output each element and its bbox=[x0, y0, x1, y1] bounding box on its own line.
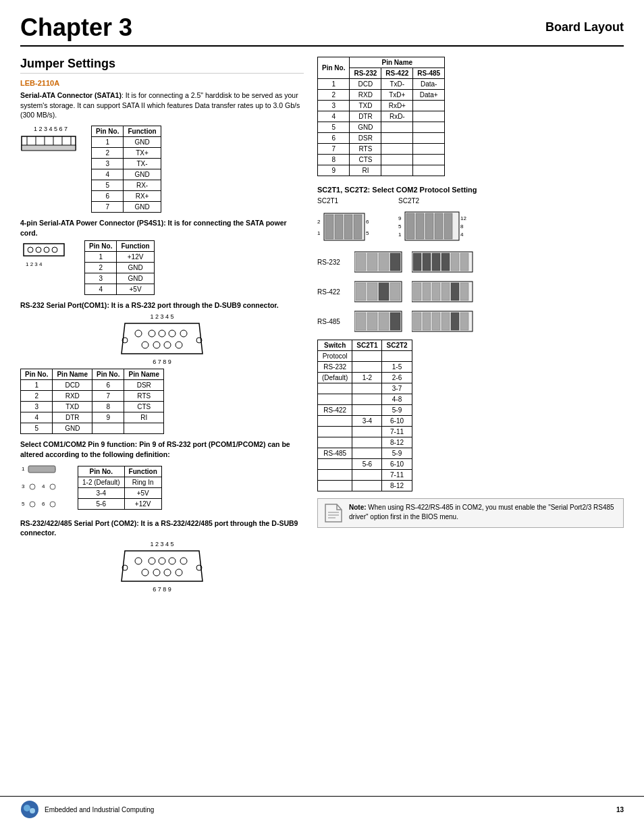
rs422-row: RS-422 bbox=[317, 279, 624, 304]
svg-rect-79 bbox=[441, 253, 450, 271]
com1-db9-area: 1 2 3 4 5 6 7 8 9 bbox=[20, 313, 304, 365]
sata-table: Pin No.Function 1GND 2TX+ 3TX- 4GND 5RX-… bbox=[91, 126, 161, 213]
sc2t-section-title: SC2T1, SC2T2: Select COM2 Protocol Setti… bbox=[317, 186, 624, 194]
svg-rect-64 bbox=[425, 213, 433, 239]
com1-db9-svg bbox=[118, 320, 206, 357]
rs232-sc2t1-svg bbox=[354, 249, 405, 275]
note-box: Note: When using RS-422/RS-485 in COM2, … bbox=[317, 498, 624, 528]
svg-rect-101 bbox=[423, 313, 431, 330]
rs232-label: RS-232 bbox=[317, 259, 348, 266]
switch-table: Switch SC2T1 SC2T2 Protocol RS-2321-5 (D… bbox=[317, 340, 412, 491]
rs232-sc2t2-svg bbox=[412, 249, 476, 275]
svg-rect-93 bbox=[460, 283, 468, 300]
svg-rect-54 bbox=[344, 215, 352, 239]
com1-table: Pin No.Pin NamePin No.Pin Name 1DCD6DSR … bbox=[20, 369, 164, 434]
svg-rect-88 bbox=[413, 283, 421, 300]
footer-page: 13 bbox=[616, 806, 624, 813]
sata-svg bbox=[20, 133, 81, 157]
svg-rect-105 bbox=[460, 313, 468, 330]
rs422-sc2t1-svg bbox=[354, 279, 405, 304]
svg-rect-63 bbox=[416, 213, 424, 239]
com2-pin-table: Pin No. Pin Name RS-232 RS-422 RS-485 1D… bbox=[317, 57, 445, 176]
svg-text:1: 1 bbox=[317, 230, 321, 236]
sata-heading: Serial-ATA Connector (SATA1) bbox=[20, 91, 122, 99]
svg-rect-77 bbox=[423, 253, 431, 271]
svg-point-44 bbox=[153, 569, 160, 576]
svg-rect-71 bbox=[356, 253, 366, 271]
ps4s1-heading: 4-pin Serial-ATA Power Connector (PS4S1) bbox=[20, 219, 163, 227]
com2-heading: RS-232/422/485 Serial Port (COM2) bbox=[20, 519, 136, 527]
leb-label: LEB-2110A bbox=[20, 79, 304, 87]
svg-point-39 bbox=[149, 558, 155, 564]
svg-point-21 bbox=[164, 342, 171, 348]
rs485-sc2t1-svg bbox=[354, 309, 405, 334]
com1-text: RS-232 Serial Port(COM1): It is a RS-232… bbox=[20, 300, 304, 311]
svg-point-9 bbox=[28, 247, 33, 252]
svg-rect-90 bbox=[432, 283, 440, 300]
svg-rect-104 bbox=[451, 313, 459, 330]
svg-rect-97 bbox=[379, 313, 389, 330]
sata-diagram: 1 2 3 4 5 6 7 bbox=[20, 126, 81, 157]
svg-point-30 bbox=[30, 484, 35, 489]
sata-th-func: Function bbox=[124, 126, 161, 137]
svg-rect-80 bbox=[451, 253, 459, 271]
com1-bottom-pins: 6 7 8 9 bbox=[20, 358, 304, 365]
svg-rect-76 bbox=[413, 253, 421, 271]
svg-rect-52 bbox=[325, 215, 333, 239]
ps4s1-connector-area: 1 2 3 4 Pin No.Function 1+12V 2GND 3GND … bbox=[20, 240, 304, 295]
svg-text:5: 5 bbox=[22, 501, 25, 507]
svg-point-20 bbox=[153, 342, 160, 348]
com2-bottom-pins: 6 7 8 9 bbox=[20, 586, 304, 593]
com2-db9-svg bbox=[118, 547, 206, 585]
sata-connector-area: 1 2 3 4 5 6 7 Pin No.Function 1GND 2TX bbox=[20, 126, 304, 213]
ps4s1-table: Pin No.Function 1+12V 2GND 3GND 4+5V bbox=[84, 240, 155, 295]
svg-point-111 bbox=[30, 808, 35, 813]
com2-db9-area: 1 2 3 4 5 6 7 8 9 bbox=[20, 541, 304, 593]
svg-rect-85 bbox=[379, 283, 389, 300]
svg-rect-86 bbox=[390, 283, 400, 300]
note-icon bbox=[323, 503, 344, 523]
svg-rect-102 bbox=[432, 313, 440, 330]
sc2t1-label: SC2T1 bbox=[317, 197, 338, 205]
svg-rect-91 bbox=[441, 283, 450, 300]
svg-point-22 bbox=[176, 342, 182, 348]
ps4s1-diagram: 1 2 3 4 bbox=[20, 240, 74, 271]
sc2t2-label: SC2T2 bbox=[398, 197, 419, 205]
svg-point-43 bbox=[142, 569, 149, 576]
sc2t2-svg: 9 5 1 12 8 4 bbox=[398, 207, 473, 244]
rs485-row: RS-485 bbox=[317, 309, 624, 334]
svg-text:2: 2 bbox=[317, 219, 321, 225]
svg-point-10 bbox=[36, 247, 41, 252]
svg-rect-95 bbox=[356, 313, 366, 330]
svg-rect-103 bbox=[441, 313, 450, 330]
rs485-label: RS-485 bbox=[317, 318, 348, 325]
svg-point-14 bbox=[135, 330, 142, 337]
svg-point-34 bbox=[30, 502, 35, 507]
rs422-sc2t2-svg bbox=[412, 279, 476, 304]
sata-text: Serial-ATA Connector (SATA1): It is for … bbox=[20, 90, 304, 120]
svg-rect-92 bbox=[451, 283, 459, 300]
svg-text:8: 8 bbox=[460, 223, 464, 230]
svg-text:6: 6 bbox=[42, 501, 45, 507]
svg-point-40 bbox=[159, 558, 165, 564]
svg-rect-53 bbox=[335, 215, 343, 239]
chapter-title: Chapter 3 bbox=[20, 14, 132, 42]
svg-rect-78 bbox=[432, 253, 440, 271]
svg-rect-37 bbox=[28, 466, 55, 473]
sc2t-diagrams: SC2T1 2 1 6 5 SC2T2 bbox=[317, 197, 624, 244]
sata-th-pin: Pin No. bbox=[92, 126, 124, 137]
svg-point-45 bbox=[164, 569, 171, 576]
svg-rect-66 bbox=[444, 213, 452, 239]
svg-point-38 bbox=[135, 558, 142, 564]
svg-rect-83 bbox=[356, 283, 366, 300]
footer-left: Embedded and Industrial Computing bbox=[20, 800, 154, 819]
pin9-jumper-svg: 1 2 3 4 5 6 bbox=[20, 462, 68, 513]
pin9-table: Pin No.Function 1-2 (Default)Ring In 3-4… bbox=[78, 466, 162, 510]
pin9-text: Select COM1/COM2 Pin 9 function: Pin 9 o… bbox=[20, 439, 304, 459]
svg-rect-73 bbox=[379, 253, 389, 271]
page-header: Chapter 3 Board Layout bbox=[20, 14, 624, 47]
sata-pin-labels: 1 2 3 4 5 6 7 bbox=[34, 126, 68, 132]
svg-point-41 bbox=[169, 558, 176, 564]
svg-text:3: 3 bbox=[22, 483, 25, 489]
sc2t2-block: SC2T2 9 5 1 12 8 4 bbox=[398, 197, 473, 244]
